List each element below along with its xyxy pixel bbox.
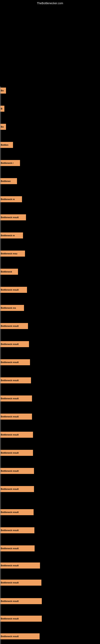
bar-label: Bottleneck result — [1, 216, 19, 218]
bar-item: Bottleneck result — [0, 546, 35, 552]
bar-item: Bottleneck — [0, 269, 18, 275]
bar-label: Bottleneck — [1, 270, 12, 273]
bar-item: Bottleneck result — [0, 214, 26, 220]
bar-label: Bottleneck result — [1, 582, 19, 584]
bar-label: Bottlenec — [1, 180, 11, 182]
bar-label: Bottleneck result — [1, 635, 19, 638]
bar-item: Bottleneck result — [0, 396, 32, 402]
bar-label: Bottleneck result — [1, 600, 19, 602]
bar-item: Bottleneck result — [0, 377, 31, 384]
bar-label: Bottleneck result — [1, 547, 19, 550]
site-title: TheBottlenecker.com — [37, 2, 63, 5]
bar-label: B — [1, 108, 2, 110]
bar-label: Bottleneck result — [1, 511, 19, 514]
bar-item: Bottleneck result — [0, 562, 40, 568]
bar-item: Bottleneck res — [0, 305, 24, 311]
bar-label: Bottleneck result — [1, 379, 19, 382]
bar-item: Bottleneck result — [0, 633, 40, 639]
bar-item: Bottleneck result — [0, 359, 30, 365]
vertical-axis-line — [0, 86, 1, 644]
bar-label: Bottleneck result — [1, 361, 19, 364]
bar-item: Bottleneck result — [0, 580, 41, 586]
bar-item: Bottleneck result — [0, 509, 34, 515]
bar-item: Bottleneck result — [0, 468, 34, 474]
bar-item: Bo — [0, 88, 6, 94]
bar-item: Bottlenec — [0, 178, 17, 184]
bar-item: Bottleneck result — [0, 414, 32, 420]
bar-item: Bottlen — [0, 142, 13, 148]
bar-label: Bottleneck result — [1, 288, 19, 291]
bar-label: Bottleneck res — [1, 307, 16, 309]
bar-label: Bottlen — [1, 144, 8, 146]
bar-item: Bottleneck result — [0, 486, 34, 492]
bar-item: Bottleneck result — [0, 432, 33, 438]
bar-item: Bottleneck result — [0, 323, 28, 329]
bar-label: Bottleneck result — [1, 618, 19, 620]
bar-label: Bottleneck re — [1, 234, 15, 237]
bar-item: Bo — [0, 124, 6, 130]
bar-label: Bottleneck result — [1, 434, 19, 436]
bar-label: Bottleneck resu — [1, 252, 17, 255]
bar-label: Bottleneck result — [1, 343, 19, 345]
bar-item: Bottleneck re — [0, 196, 22, 202]
bar-label: Bottleneck result — [1, 397, 19, 400]
bar-label: Bottleneck result — [1, 416, 19, 418]
bar-item: Bottleneck result — [0, 616, 42, 622]
bar-item: Bottleneck result — [0, 341, 29, 347]
bar-item: Bottleneck result — [0, 598, 42, 604]
bar-item: Bottleneck result — [0, 527, 34, 533]
bar-label: Bo — [1, 126, 4, 128]
bar-label: Bottleneck result — [1, 452, 19, 454]
bar-item: Bottleneck r — [0, 160, 20, 166]
bar-item: Bottleneck result — [0, 450, 33, 456]
bar-label: Bottleneck result — [1, 529, 19, 532]
bar-label: Bottleneck result — [1, 470, 19, 472]
bar-item: Bottleneck resu — [0, 250, 25, 256]
bar-label: Bottleneck result — [1, 488, 19, 490]
bar-label: Bottleneck result — [1, 564, 19, 567]
bar-label: Bottleneck re — [1, 198, 15, 200]
bar-label: Bottleneck result — [1, 325, 19, 327]
bar-item: Bottleneck re — [0, 232, 23, 238]
bar-label: Bo — [1, 89, 4, 92]
bar-label: Bottleneck r — [1, 162, 14, 164]
bar-item: Bottleneck result — [0, 287, 27, 293]
